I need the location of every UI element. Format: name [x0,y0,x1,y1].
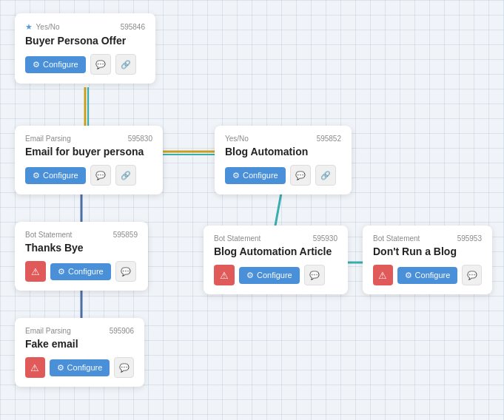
warn-icon [220,270,229,281]
chat-icon [295,170,306,180]
configure-button[interactable]: Configure [397,267,458,284]
node-actions: Configure [25,165,152,186]
chat-icon [309,270,320,280]
node-header: Email Parsing 595906 [25,327,134,335]
node-header: Bot Statement 595953 [373,234,482,243]
node-title: Buyer Persona Offer [25,35,145,47]
warning-button[interactable] [25,357,45,378]
node-actions: Configure [25,54,145,75]
node-type: Email Parsing [25,327,71,335]
node-id: 595852 [317,135,341,143]
link-icon [320,170,331,180]
node-header: Email Parsing 595830 [25,135,152,143]
node-id: 595846 [121,23,145,31]
chat-button[interactable] [290,165,311,186]
configure-button[interactable]: Configure [25,56,86,73]
node-id: 595906 [110,327,134,335]
node-title: Thanks Bye [25,242,138,254]
node-actions: Configure [225,165,341,186]
chat-button[interactable] [462,265,482,285]
gear-icon [58,267,65,277]
gear-icon [246,271,254,280]
node-blog-automation-article: Bot Statement 595930 Blog Automation Art… [204,226,348,294]
configure-button[interactable]: Configure [50,359,110,376]
node-header: Bot Statement 595930 [214,234,337,243]
configure-button[interactable]: Configure [25,167,86,184]
node-type: ★ Yes/No [25,22,59,32]
node-id: 595930 [313,234,337,243]
chat-button[interactable] [304,265,325,285]
node-thanks-bye: Bot Statement 595859 Thanks Bye Configur… [15,222,148,291]
node-dont-run-blog: Bot Statement 595953 Don't Run a Blog Co… [363,226,492,294]
link-icon [121,170,131,180]
link-button[interactable] [115,165,136,186]
chat-button[interactable] [114,357,134,378]
node-actions: Configure [373,265,482,285]
link-button[interactable] [315,165,336,186]
warning-button[interactable] [25,261,46,282]
gear-icon [57,363,64,373]
star-icon: ★ [25,22,33,31]
warn-icon [378,270,387,281]
node-title: Fake email [25,338,134,350]
chat-button[interactable] [90,54,111,75]
node-title: Blog Automation Article [214,245,337,257]
node-type: Bot Statement [25,231,72,239]
node-title: Don't Run a Blog [373,245,482,257]
link-icon [121,59,131,70]
node-blog-automation: Yes/No 595852 Blog Automation Configure [215,126,352,194]
gear-icon [405,271,412,280]
gear-icon [33,171,40,180]
configure-button[interactable]: Configure [50,263,111,280]
node-header: Yes/No 595852 [225,135,341,143]
link-button[interactable] [115,54,136,75]
node-id: 595859 [113,231,138,239]
warning-button[interactable] [373,265,393,285]
configure-button[interactable]: Configure [225,167,286,184]
warn-icon [31,266,40,277]
node-actions: Configure [214,265,337,285]
configure-button[interactable]: Configure [239,267,300,284]
chat-button[interactable] [90,165,111,186]
node-type: Email Parsing [25,135,71,143]
node-header: Bot Statement 595859 [25,231,138,239]
node-title: Blog Automation [225,146,341,158]
node-type: Bot Statement [214,234,261,243]
warn-icon [30,362,39,373]
node-id: 595830 [128,135,152,143]
node-buyer-persona-offer: ★ Yes/No 595846 Buyer Persona Offer Conf… [15,13,155,84]
chat-icon [95,170,106,180]
chat-button[interactable] [115,261,136,282]
node-type: Yes/No [225,135,249,143]
node-header: ★ Yes/No 595846 [25,22,145,32]
chat-icon [95,59,106,70]
node-actions: Configure [25,357,134,378]
chat-icon [467,270,477,280]
gear-icon [232,171,240,180]
node-email-parsing: Email Parsing 595830 Email for buyer per… [15,126,163,194]
gear-icon [33,60,40,70]
chat-icon [119,362,130,373]
node-actions: Configure [25,261,138,282]
node-title: Email for buyer persona [25,146,152,158]
chat-icon [121,266,131,277]
node-id: 595953 [457,234,482,243]
node-fake-email: Email Parsing 595906 Fake email Configur… [15,318,144,387]
node-type: Bot Statement [373,234,420,243]
warning-button[interactable] [214,265,235,285]
